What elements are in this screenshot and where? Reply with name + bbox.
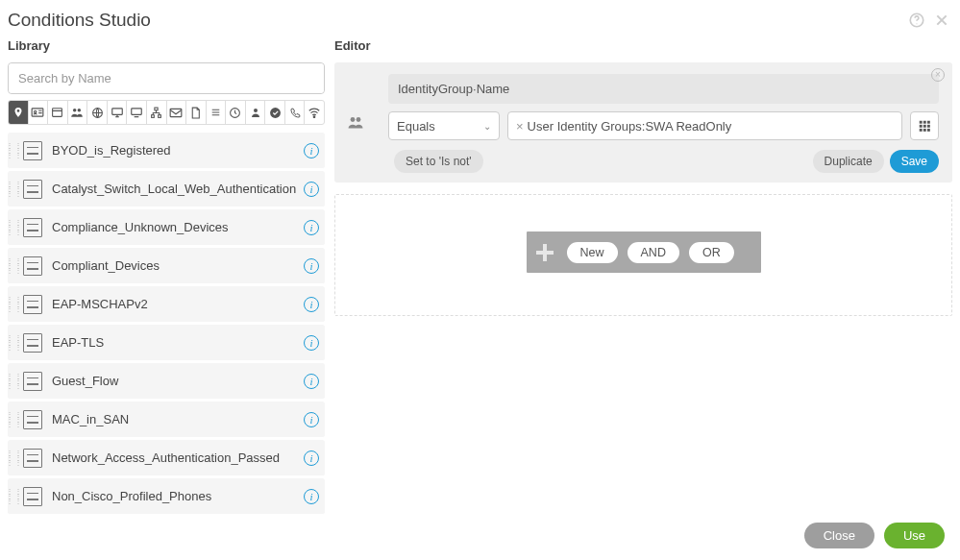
svg-point-19 xyxy=(357,117,361,122)
info-icon[interactable]: i xyxy=(304,489,319,504)
duplicate-button[interactable]: Duplicate xyxy=(813,150,884,173)
drag-handle-icon[interactable]: ⋮⋮⋮⋮⋮⋮ xyxy=(10,183,19,196)
operator-select[interactable]: Equals ⌄ xyxy=(388,111,500,140)
svg-point-17 xyxy=(313,116,315,118)
filter-monitor-icon[interactable] xyxy=(108,101,128,124)
svg-rect-28 xyxy=(927,129,930,132)
filter-window-icon[interactable] xyxy=(48,101,68,124)
filter-globe-icon[interactable] xyxy=(87,101,108,124)
filter-user-icon[interactable] xyxy=(246,101,266,124)
info-icon[interactable]: i xyxy=(304,412,319,427)
svg-point-15 xyxy=(254,109,258,112)
chevron-down-icon: ⌄ xyxy=(483,121,491,132)
info-icon[interactable]: i xyxy=(304,297,319,312)
svg-rect-20 xyxy=(920,121,923,124)
drag-handle-icon[interactable]: ⋮⋮⋮⋮⋮⋮ xyxy=(10,451,19,465)
library-item[interactable]: ⋮⋮⋮⋮⋮⋮ EAP-MSCHAPv2 i xyxy=(8,286,325,323)
drag-handle-icon[interactable]: ⋮⋮⋮⋮⋮⋮ xyxy=(10,375,19,388)
delete-row-icon[interactable]: × xyxy=(931,68,945,82)
condition-icon xyxy=(23,218,42,237)
filter-clock-icon[interactable] xyxy=(226,101,246,124)
svg-rect-23 xyxy=(920,125,923,128)
svg-rect-21 xyxy=(923,121,926,124)
filter-tree-icon[interactable] xyxy=(147,101,167,124)
save-button[interactable]: Save xyxy=(890,150,939,173)
search-input[interactable] xyxy=(9,63,324,93)
set-is-not-button[interactable]: Set to 'Is not' xyxy=(394,150,483,173)
library-item[interactable]: ⋮⋮⋮⋮⋮⋮ Guest_Flow i xyxy=(8,363,325,400)
info-icon[interactable]: i xyxy=(304,335,319,351)
library-filter-bar xyxy=(8,100,325,125)
add-condition-bar: New AND OR xyxy=(527,231,761,273)
value-field[interactable]: × User Identity Groups:SWA ReadOnly xyxy=(507,111,902,140)
condition-icon xyxy=(23,410,42,429)
drag-handle-icon[interactable]: ⋮⋮⋮⋮⋮⋮ xyxy=(10,336,19,350)
drag-handle-icon[interactable]: ⋮⋮⋮⋮⋮⋮ xyxy=(10,144,19,158)
svg-rect-10 xyxy=(155,108,158,110)
condition-icon xyxy=(23,295,42,314)
filter-id-card-icon[interactable] xyxy=(29,101,49,124)
svg-point-5 xyxy=(73,109,77,112)
use-button[interactable]: Use xyxy=(884,523,945,548)
condition-icon xyxy=(23,487,42,506)
add-or-button[interactable]: OR xyxy=(689,242,734,263)
library-item-label: Compliance_Unknown_Devices xyxy=(52,220,298,234)
filter-list-icon[interactable] xyxy=(207,101,227,124)
library-item[interactable]: ⋮⋮⋮⋮⋮⋮ Compliance_Unknown_Devices i xyxy=(8,209,325,246)
filter-document-icon[interactable] xyxy=(186,101,207,124)
plus-icon xyxy=(532,240,557,265)
condition-icon xyxy=(23,180,42,199)
drag-handle-icon[interactable]: ⋮⋮⋮⋮⋮⋮ xyxy=(10,221,19,234)
drag-handle-icon[interactable]: ⋮⋮⋮⋮⋮⋮ xyxy=(10,490,19,503)
filter-desktop-icon[interactable] xyxy=(127,101,147,124)
library-item[interactable]: ⋮⋮⋮⋮⋮⋮ Catalyst_Switch_Local_Web_Authent… xyxy=(8,171,325,207)
library-item-label: Catalyst_Switch_Local_Web_Authentication xyxy=(52,182,298,196)
info-icon[interactable]: i xyxy=(304,450,319,466)
condition-icon xyxy=(23,256,42,276)
svg-point-16 xyxy=(270,108,281,118)
library-item-label: BYOD_is_Registered xyxy=(52,143,298,158)
condition-type-icon xyxy=(334,62,377,183)
attribute-field[interactable]: IdentityGroup·Name xyxy=(388,74,939,104)
info-icon[interactable]: i xyxy=(304,182,319,197)
library-item[interactable]: ⋮⋮⋮⋮⋮⋮ Network_Access_Authentication_Pas… xyxy=(8,440,325,476)
info-icon[interactable]: i xyxy=(304,220,319,235)
filter-mail-icon[interactable] xyxy=(167,101,187,124)
filter-group-icon[interactable] xyxy=(68,101,88,124)
svg-rect-4 xyxy=(53,109,62,117)
add-new-button[interactable]: New xyxy=(567,242,618,263)
search-input-wrapper xyxy=(8,62,325,94)
drag-handle-icon[interactable]: ⋮⋮⋮⋮⋮⋮ xyxy=(10,413,19,426)
filter-check-icon[interactable] xyxy=(265,101,285,124)
filter-wifi-icon[interactable] xyxy=(305,101,324,124)
help-icon[interactable] xyxy=(908,12,925,29)
value-picker-button[interactable] xyxy=(910,111,939,140)
svg-rect-8 xyxy=(111,109,122,114)
drag-handle-icon[interactable]: ⋮⋮⋮⋮⋮⋮ xyxy=(10,259,19,273)
info-icon[interactable]: i xyxy=(304,143,319,158)
condition-icon xyxy=(23,141,42,160)
filter-location-icon[interactable] xyxy=(9,101,29,124)
library-item-label: EAP-MSCHAPv2 xyxy=(52,297,298,311)
library-item[interactable]: ⋮⋮⋮⋮⋮⋮ Compliant_Devices i xyxy=(8,248,325,284)
close-button[interactable]: Close xyxy=(804,523,874,548)
library-item-label: Compliant_Devices xyxy=(52,258,298,273)
drag-handle-icon[interactable]: ⋮⋮⋮⋮⋮⋮ xyxy=(10,298,19,311)
condition-icon xyxy=(23,372,42,391)
info-icon[interactable]: i xyxy=(304,258,319,274)
library-item[interactable]: ⋮⋮⋮⋮⋮⋮ Non_Cisco_Profiled_Phones i xyxy=(8,478,325,515)
library-item[interactable]: ⋮⋮⋮⋮⋮⋮ BYOD_is_Registered i xyxy=(8,133,325,169)
close-icon[interactable] xyxy=(933,12,950,29)
svg-rect-13 xyxy=(170,109,182,116)
add-condition-area: New AND OR xyxy=(334,194,952,316)
svg-rect-24 xyxy=(923,125,926,128)
clear-value-icon[interactable]: × xyxy=(516,119,524,134)
filter-phone-icon[interactable] xyxy=(285,101,306,124)
add-and-button[interactable]: AND xyxy=(628,242,679,263)
svg-rect-27 xyxy=(923,129,926,132)
library-list: ⋮⋮⋮⋮⋮⋮ BYOD_is_Registered i ⋮⋮⋮⋮⋮⋮ Catal… xyxy=(8,133,325,515)
library-item[interactable]: ⋮⋮⋮⋮⋮⋮ EAP-TLS i xyxy=(8,325,325,361)
info-icon[interactable]: i xyxy=(304,374,319,389)
condition-icon xyxy=(23,449,42,468)
library-item[interactable]: ⋮⋮⋮⋮⋮⋮ MAC_in_SAN i xyxy=(8,402,325,438)
